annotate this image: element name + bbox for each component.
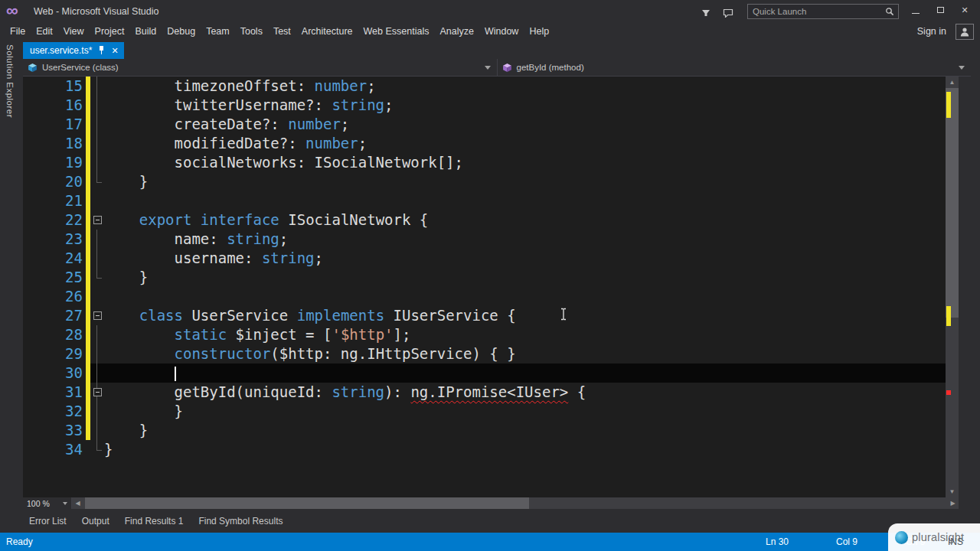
chevron-down-icon [485, 66, 491, 70]
line-number[interactable]: 17 [23, 115, 83, 134]
fold-collapse-icon[interactable] [93, 311, 102, 320]
pluralsight-watermark: pluralsight [888, 523, 980, 551]
search-icon[interactable] [885, 7, 894, 16]
code-line-18[interactable]: 18 modifiedDate?: number; [23, 134, 959, 153]
menu-analyze[interactable]: Analyze [434, 23, 479, 41]
line-number[interactable]: 15 [23, 77, 83, 96]
panel-tab-find-results-1[interactable]: Find Results 1 [119, 514, 190, 528]
scroll-up-icon[interactable]: ▲ [946, 77, 959, 88]
line-number[interactable]: 19 [23, 153, 83, 172]
line-number[interactable]: 31 [23, 383, 83, 402]
document-tab[interactable]: user.service.ts* ✕ [23, 42, 124, 59]
code-text: twitterUsername?: string; [104, 96, 394, 115]
horizontal-scrollbar[interactable] [83, 497, 947, 509]
menu-test[interactable]: Test [268, 23, 296, 41]
type-dropdown[interactable]: UserService (class) [23, 59, 498, 76]
menu-file[interactable]: File [5, 23, 31, 41]
menu-debug[interactable]: Debug [162, 23, 201, 41]
code-line-19[interactable]: 19 socialNetworks: ISocialNetwork[]; [23, 153, 959, 172]
quick-launch-input[interactable] [748, 7, 885, 16]
feedback-smile-icon[interactable] [723, 7, 733, 21]
scroll-right-icon[interactable]: ▶ [947, 497, 959, 509]
menu-edit[interactable]: Edit [31, 23, 58, 41]
panel-tab-output[interactable]: Output [76, 514, 116, 528]
code-line-27[interactable]: 27 class UserService implements IUserSer… [23, 306, 959, 325]
zoom-dropdown[interactable]: 100 % [23, 497, 72, 509]
feedback-filter-icon[interactable] [701, 7, 710, 21]
folding-margin [90, 287, 104, 306]
sign-in-link[interactable]: Sign in [917, 26, 946, 37]
line-number[interactable]: 26 [23, 287, 83, 306]
menu-web-essentials[interactable]: Web Essentials [358, 23, 435, 41]
scroll-left-icon[interactable]: ◀ [72, 497, 83, 509]
code-line-33[interactable]: 33 } [23, 421, 959, 440]
line-number[interactable]: 16 [23, 96, 83, 115]
quick-launch-box[interactable] [747, 4, 899, 19]
line-number[interactable]: 22 [23, 210, 83, 230]
code-line-29[interactable]: 29 constructor($http: ng.IHttpService) {… [23, 344, 959, 364]
fold-collapse-icon[interactable] [93, 216, 102, 224]
code-line-31[interactable]: 31 getById(uniqueId: string): ng.IPromis… [23, 383, 959, 402]
line-number[interactable]: 32 [23, 402, 83, 421]
line-number[interactable]: 24 [23, 249, 83, 268]
panel-tab-error-list[interactable]: Error List [23, 514, 73, 528]
horizontal-scrollbar-thumb[interactable] [85, 497, 529, 509]
code-line-24[interactable]: 24 username: string; [23, 249, 959, 268]
fold-collapse-icon[interactable] [93, 388, 102, 396]
code-line-16[interactable]: 16 twitterUsername?: string; [23, 96, 959, 115]
line-number[interactable]: 34 [23, 440, 83, 459]
code-line-26[interactable]: 26 [23, 287, 959, 306]
code-line-23[interactable]: 23 name: string; [23, 230, 959, 249]
code-text: constructor($http: ng.IHttpService) { } [104, 344, 516, 364]
code-line-17[interactable]: 17 createDate?: number; [23, 115, 959, 134]
menu-team[interactable]: Team [201, 23, 235, 41]
code-line-22[interactable]: 22 export interface ISocialNetwork { [23, 210, 959, 230]
scroll-down-icon[interactable]: ▼ [946, 486, 959, 497]
method-icon [502, 63, 512, 73]
menu-architecture[interactable]: Architecture [296, 23, 358, 41]
minimize-button[interactable] [903, 0, 928, 20]
line-number[interactable]: 20 [23, 172, 83, 191]
menu-window[interactable]: Window [479, 23, 524, 41]
menu-help[interactable]: Help [524, 23, 554, 41]
code-line-28[interactable]: 28 static $inject = ['$http']; [23, 325, 959, 344]
code-editor[interactable]: 15 timezoneOffset: number;16 twitterUser… [23, 77, 959, 497]
line-number[interactable]: 23 [23, 230, 83, 249]
menu-tools[interactable]: Tools [235, 23, 268, 41]
account-avatar[interactable] [956, 24, 974, 40]
line-number[interactable]: 27 [23, 306, 83, 325]
panel-tab-find-symbol-results[interactable]: Find Symbol Results [192, 514, 289, 528]
code-line-25[interactable]: 25 } [23, 268, 959, 287]
code-line-30[interactable]: 30 [23, 364, 959, 383]
line-number[interactable]: 29 [23, 344, 83, 364]
vertical-scrollbar-thumb[interactable] [946, 88, 959, 318]
maximize-button[interactable] [928, 0, 952, 20]
member-dropdown[interactable]: getById (method) [498, 59, 972, 76]
visual-studio-logo-icon: ∞ [6, 1, 18, 21]
menu-view[interactable]: View [58, 23, 90, 41]
error-marker [946, 390, 951, 395]
code-line-15[interactable]: 15 timezoneOffset: number; [23, 77, 959, 96]
title-bar[interactable]: ∞ Web - Microsoft Visual Studio ✕ [0, 0, 980, 23]
code-line-21[interactable]: 21 [23, 191, 959, 210]
horizontal-scrollbar-row: 100 % ◀ ▶ [23, 497, 959, 509]
folding-margin [90, 402, 104, 421]
pin-icon[interactable] [98, 46, 105, 55]
close-button[interactable]: ✕ [952, 0, 977, 20]
code-line-20[interactable]: 20 } [23, 172, 959, 191]
folding-margin [90, 306, 104, 325]
line-number[interactable]: 18 [23, 134, 83, 153]
menu-project[interactable]: Project [90, 23, 130, 41]
line-number[interactable]: 30 [23, 364, 83, 383]
chevron-down-icon [63, 502, 67, 505]
menu-build[interactable]: Build [129, 23, 162, 41]
code-line-32[interactable]: 32 } [23, 402, 959, 421]
line-number[interactable]: 28 [23, 325, 83, 344]
vertical-scrollbar[interactable]: ▲ ▼ [946, 77, 959, 497]
line-number[interactable]: 33 [23, 421, 83, 440]
sidebar-tab-solution-explorer[interactable]: Solution Explorer [5, 44, 15, 118]
line-number[interactable]: 25 [23, 268, 83, 287]
tab-close-icon[interactable]: ✕ [111, 47, 118, 55]
code-line-34[interactable]: 34} [23, 440, 959, 459]
line-number[interactable]: 21 [23, 191, 83, 210]
